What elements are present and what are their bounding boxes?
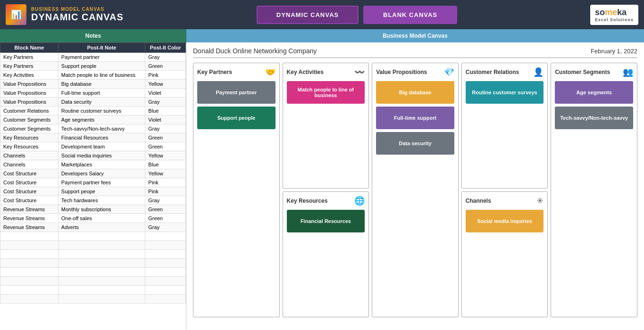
cs-icon: 👥 xyxy=(623,67,633,77)
block-channels-header: Channels ✳ xyxy=(466,196,544,206)
block-vp-header: Value Propositions 💎 xyxy=(376,67,454,77)
cell-color: Gray xyxy=(145,223,186,232)
table-row-empty xyxy=(0,259,186,268)
kr-icon: 🌐 xyxy=(354,196,365,206)
title-block: BUSINESS MODEL CANVAS DYNAMIC CANVAS xyxy=(31,7,124,23)
block-key-resources: Key Resources 🌐 Financial Resources xyxy=(283,191,369,317)
cell-note: One-off sales xyxy=(58,214,145,223)
cell-block-name: Key Resources xyxy=(0,133,59,142)
table-row-empty xyxy=(0,241,186,250)
block-cr-title: Customer Relations xyxy=(466,69,519,75)
cell-empty xyxy=(0,295,59,304)
cell-note: Developers Salary xyxy=(58,169,145,178)
cell-color: Yellow xyxy=(145,151,186,160)
cell-note: Monthly subscriptions xyxy=(58,205,145,214)
table-row: Value PropositionsData securityGray xyxy=(0,98,186,107)
table-row-empty xyxy=(0,295,186,304)
cell-empty xyxy=(145,268,186,277)
table-row: ChannelsMarketplacesBlue xyxy=(0,160,186,169)
block-cs-title: Customer Segments xyxy=(555,69,610,75)
cell-color: Gray xyxy=(145,196,186,205)
cell-block-name: Cost Structure xyxy=(0,169,59,178)
cell-note: Payment partner fees xyxy=(58,178,145,187)
cell-block-name: Channels xyxy=(0,160,59,169)
col-post-it-note: Post-It Note xyxy=(58,43,145,53)
logo-icon: 📊 xyxy=(6,4,26,25)
cell-color: Yellow xyxy=(145,169,186,178)
cell-block-name: Customer Segments xyxy=(0,124,59,133)
cell-empty xyxy=(145,277,186,286)
table-row: Revenue StreamsOne-off salesGreen xyxy=(0,214,186,223)
card-data-security: Data security xyxy=(376,132,454,155)
dynamic-canvas-btn[interactable]: DYNAMIC CANVAS xyxy=(257,6,359,24)
block-vp-title: Value Propositions xyxy=(376,69,427,75)
cell-empty xyxy=(0,277,59,286)
cell-empty xyxy=(58,232,145,241)
cell-empty xyxy=(58,250,145,259)
cell-note: Financial Resources xyxy=(58,133,145,142)
block-customer-segments: Customer Segments 👥 Age segments Tech-sa… xyxy=(551,63,637,317)
table-row: Customer RelationsRoutine customer surve… xyxy=(0,107,186,116)
table-row: Revenue StreamsAdvertsGray xyxy=(0,223,186,232)
canvas-panel: Donald Duck Online Networking Company Fe… xyxy=(186,42,644,330)
cell-color: Violet xyxy=(145,116,186,124)
notes-panel: Block Name Post-It Note Post-It Color Ke… xyxy=(0,42,186,330)
cell-color: Blue xyxy=(145,160,186,169)
cell-color: Green xyxy=(145,142,186,151)
card-fulltime-support: Full-time support xyxy=(376,107,454,129)
cell-color: Green xyxy=(145,214,186,223)
cell-note: Social media inquiries xyxy=(58,151,145,160)
cell-empty xyxy=(58,259,145,268)
cell-color: Green xyxy=(145,205,186,214)
cell-color: Pink xyxy=(145,178,186,187)
block-key-partners: Key Partners 🤝 Payment partner Support p… xyxy=(193,63,280,317)
table-row: Customer SegmentsAge segmentsViolet xyxy=(0,116,186,124)
cell-empty xyxy=(0,241,59,250)
table-row: Revenue StreamsMonthly subscriptionsGree… xyxy=(0,205,186,214)
cell-empty xyxy=(58,295,145,304)
cell-block-name: Cost Structure xyxy=(0,187,59,196)
notes-section-label: Notes xyxy=(0,29,186,42)
cell-empty xyxy=(58,268,145,277)
table-row: Cost StructureDevelopers SalaryYellow xyxy=(0,169,186,178)
block-key-activities: Key Activities 〰️ Match people to line o… xyxy=(283,63,369,189)
cell-note: Tech hardwares xyxy=(58,196,145,205)
block-key-activities-header: Key Activities 〰️ xyxy=(287,67,365,77)
cell-empty xyxy=(0,259,59,268)
cr-icon: 👤 xyxy=(533,67,544,77)
table-row: Value PropositionsBig databaseYellow xyxy=(0,80,186,89)
card-tech-savvy: Tech-savvy/Non-tech-savvy xyxy=(555,107,633,129)
main-container: Block Name Post-It Note Post-It Color Ke… xyxy=(0,42,644,330)
blank-canvas-btn[interactable]: BLANK CANVAS xyxy=(363,6,457,24)
block-kr-header: Key Resources 🌐 xyxy=(287,196,365,206)
cell-color: Yellow xyxy=(145,80,186,89)
table-row: Key PartnersSupport peopleGreen xyxy=(0,62,186,71)
table-row-empty xyxy=(0,286,186,295)
cell-empty xyxy=(58,241,145,250)
block-key-partners-header: Key Partners 🤝 xyxy=(197,67,276,77)
card-social-media: Social media inquiries xyxy=(466,210,544,232)
table-row: Cost StructurePayment partner feesPink xyxy=(0,178,186,187)
table-row: Cost StructureTech hardwaresGray xyxy=(0,196,186,205)
col-post-it-color: Post-It Color xyxy=(145,43,186,53)
cell-color: Blue xyxy=(145,107,186,116)
card-payment-partner: Payment partner xyxy=(197,81,276,104)
cell-color: Green xyxy=(145,62,186,71)
block-channels: Channels ✳ Social media inquiries xyxy=(461,191,548,317)
table-row: Customer SegmentsTech-savvy/Non-tech-sav… xyxy=(0,124,186,133)
logo-block: 📊 BUSINESS MODEL CANVAS DYNAMIC CANVAS xyxy=(6,4,124,25)
cell-empty xyxy=(0,268,59,277)
table-row-empty xyxy=(0,250,186,259)
key-partners-icon: 🤝 xyxy=(265,67,276,77)
cell-note: Big database xyxy=(58,80,145,89)
cell-block-name: Revenue Streams xyxy=(0,214,59,223)
cell-block-name: Key Partners xyxy=(0,53,59,62)
cell-note: Routine customer surveys xyxy=(58,107,145,116)
canvas-company: Donald Duck Online Networking Company xyxy=(193,47,317,55)
cell-note: Support people xyxy=(58,62,145,71)
canvas-date: February 1, 2022 xyxy=(591,48,637,55)
cell-note: Age segments xyxy=(58,116,145,124)
cell-block-name: Value Propositions xyxy=(0,89,59,98)
brand-logo: someka Excel Solutions xyxy=(590,5,638,25)
cell-note: Adverts xyxy=(58,223,145,232)
